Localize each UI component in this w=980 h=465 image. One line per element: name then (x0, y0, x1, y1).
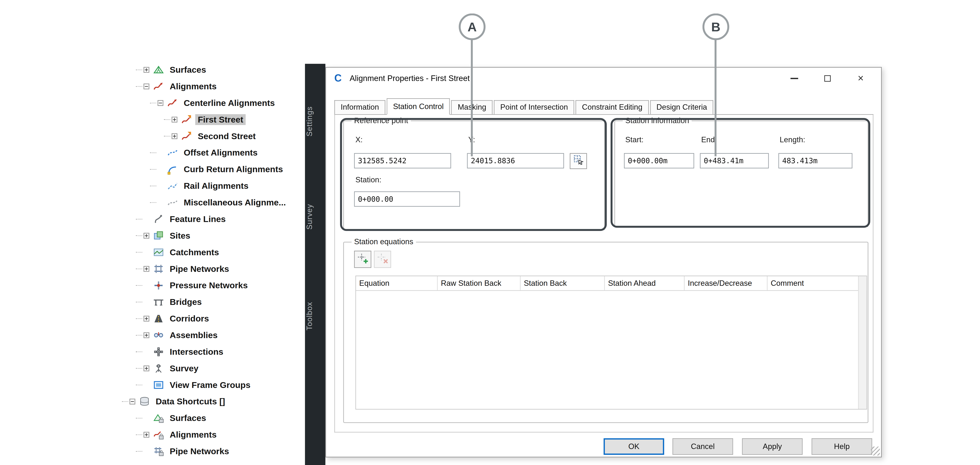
tree-item-label: Intersections (167, 346, 226, 357)
tree-item-offset-alignments[interactable]: Offset Alignments (0, 144, 305, 161)
intersections-icon (153, 346, 164, 357)
ok-button[interactable]: OK (604, 438, 664, 455)
tree-item-sites[interactable]: Sites (0, 227, 305, 244)
expand-toggle[interactable] (172, 116, 177, 122)
close-button[interactable]: × (844, 69, 877, 88)
tree-item-miscellaneous-alignments[interactable]: Miscellaneous Alignme... (0, 194, 305, 210)
column-header-station-back[interactable]: Station Back (520, 276, 605, 290)
tree-item-first-street[interactable]: First Street (0, 111, 305, 127)
tree-connector (136, 235, 142, 236)
length-field[interactable] (778, 153, 852, 169)
expand-toggle[interactable] (143, 365, 150, 371)
expand-toggle[interactable] (143, 266, 150, 271)
minimize-button[interactable] (778, 69, 811, 88)
tree-item-data-shortcuts[interactable]: Data Shortcuts [] (0, 393, 305, 409)
tree-item-label: Offset Alignments (181, 147, 260, 158)
column-header-equation[interactable]: Equation (356, 276, 438, 290)
dialog-title: Alignment Properties - First Street (350, 74, 469, 83)
tree-item-second-street[interactable]: Second Street (0, 127, 305, 144)
tab-station-control[interactable]: Station Control (387, 98, 450, 115)
tree-item-label: Pressure Networks (167, 280, 250, 291)
tree-item-view-frame-groups[interactable]: View Frame Groups (0, 376, 305, 393)
start-station-field[interactable] (624, 153, 694, 169)
tree-item-intersections[interactable]: Intersections (0, 343, 305, 360)
assemblies-icon (153, 330, 164, 340)
tree-item-corridors[interactable]: Corridors (0, 310, 305, 327)
tree-item-label: Survey (167, 363, 201, 373)
tab-design-criteria[interactable]: Design Criteria (650, 100, 713, 114)
tree-item-assemblies[interactable]: Assemblies (0, 327, 305, 343)
rail-alignments-icon (167, 180, 178, 191)
delete-station-equation-button[interactable] (374, 251, 391, 268)
civil3d-app-icon: C (334, 73, 346, 84)
tree-connector (136, 451, 142, 451)
tree-connector (136, 301, 142, 302)
table-vertical-scrollbar[interactable] (858, 276, 866, 409)
expand-toggle[interactable] (143, 432, 150, 437)
tree-item-label: Second Street (195, 131, 258, 141)
y-input[interactable] (467, 153, 564, 169)
tree-connector (136, 285, 142, 285)
tree-item-curb-return-alignments[interactable]: Curb Return Alignments (0, 161, 305, 177)
tree-item-rail-alignments[interactable]: Rail Alignments (0, 177, 305, 194)
tree-item-catchments[interactable]: Catchments (0, 244, 305, 260)
tab-point-of-intersection[interactable]: Point of Intersection (494, 100, 574, 114)
tree-item-pressure-networks[interactable]: Pressure Networks (0, 277, 305, 293)
table-body-empty (356, 291, 858, 409)
column-header-station-ahead[interactable]: Station Ahead (605, 276, 685, 290)
bridges-icon (153, 296, 164, 307)
expand-toggle[interactable] (172, 133, 177, 139)
sites-icon (153, 230, 164, 241)
column-header-increase-decrease[interactable]: Increase/Decrease (685, 276, 767, 290)
tree-item-bridges[interactable]: Bridges (0, 293, 305, 310)
side-tab-survey[interactable]: Survey (305, 198, 325, 236)
collapse-toggle[interactable] (158, 100, 164, 106)
expand-toggle[interactable] (143, 315, 150, 321)
tree-connector (136, 218, 142, 219)
station-input[interactable] (354, 191, 460, 207)
side-tab-settings[interactable]: Settings (305, 99, 325, 143)
collapse-toggle[interactable] (130, 398, 135, 404)
tree-connector (150, 202, 156, 202)
toolspace-side-tab-strip: Settings Survey Toolbox (305, 64, 325, 465)
cancel-button[interactable]: Cancel (672, 438, 733, 455)
help-button[interactable]: Help (811, 438, 872, 455)
tree-item-survey[interactable]: Survey (0, 360, 305, 376)
station-equations-group: Station equations Equation Raw Station B… (344, 242, 869, 423)
tree-connector (136, 268, 142, 269)
tree-item-label: Rail Alignments (181, 180, 251, 191)
tree-item-surfaces[interactable]: Surfaces (0, 61, 305, 78)
collapse-toggle[interactable] (143, 83, 150, 89)
tree-item-centerline-alignments[interactable]: Centerline Alignments (0, 94, 305, 111)
tree-item-label: View Frame Groups (167, 379, 253, 390)
column-header-raw-station-back[interactable]: Raw Station Back (438, 276, 520, 290)
expand-toggle[interactable] (143, 67, 150, 72)
tree-connector (136, 368, 142, 368)
tree-item-label: Pipe Networks (167, 263, 232, 274)
expand-toggle[interactable] (143, 332, 150, 338)
station-label: Station: (355, 175, 381, 185)
tree-item-shortcut-alignments[interactable]: Alignments (0, 426, 305, 443)
tree-item-shortcut-surfaces[interactable]: Surfaces (0, 409, 305, 426)
resize-grip[interactable] (871, 446, 880, 455)
tree-item-pipe-networks[interactable]: Pipe Networks (0, 260, 305, 277)
alignment-properties-dialog: C Alignment Properties - First Street × … (326, 67, 882, 457)
tab-constraint-editing[interactable]: Constraint Editing (576, 100, 649, 114)
x-input[interactable] (354, 153, 451, 169)
add-station-equation-button[interactable] (354, 251, 371, 268)
side-tab-toolbox[interactable]: Toolbox (305, 293, 325, 339)
pick-reference-point-button[interactable] (570, 153, 587, 169)
station-equations-legend: Station equations (352, 237, 416, 246)
column-header-comment[interactable]: Comment (767, 276, 858, 290)
tree-item-feature-lines[interactable]: Feature Lines (0, 210, 305, 227)
tree-item-shortcut-pipe-networks[interactable]: Pipe Networks (0, 443, 305, 459)
tab-information[interactable]: Information (334, 100, 385, 114)
expand-toggle[interactable] (143, 232, 150, 239)
alignment-icon (181, 131, 192, 141)
apply-button[interactable]: Apply (742, 438, 803, 455)
end-station-field[interactable] (700, 153, 769, 169)
maximize-button[interactable] (811, 69, 844, 88)
tree-item-label: Centerline Alignments (181, 97, 277, 108)
pipe-networks-shortcut-icon (153, 446, 164, 457)
tree-item-alignments[interactable]: Alignments (0, 78, 305, 94)
